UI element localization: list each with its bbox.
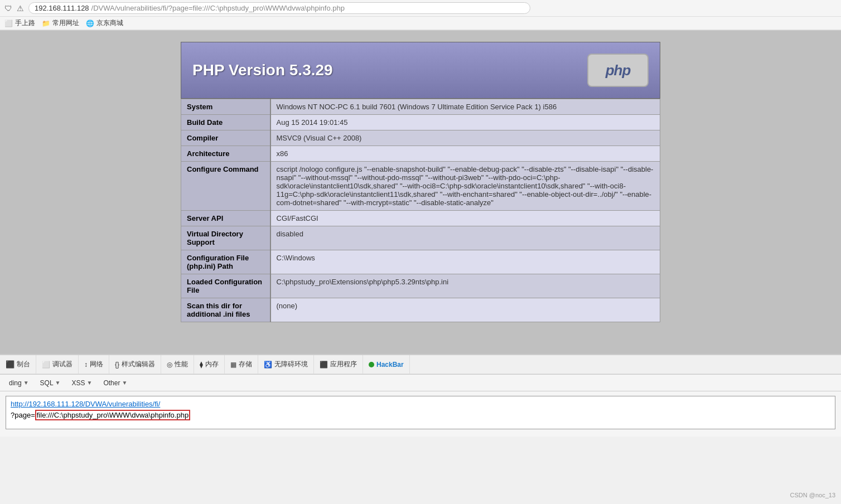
php-version-title: PHP Version 5.3.29 — [192, 61, 333, 79]
table-cell-key: Server API — [181, 211, 270, 226]
page-content: PHP Version 5.3.29 php SystemWindows NT … — [0, 31, 841, 354]
browser-chrome: 🛡 ⚠ 192.168.111.128/DVWA/vulnerabilities… — [0, 0, 841, 31]
table-cell-value: disabled — [270, 226, 660, 250]
watermark: CSDN @noc_13 — [790, 492, 835, 498]
address-bar: 🛡 ⚠ 192.168.111.128/DVWA/vulnerabilities… — [0, 0, 841, 17]
url-line1: http://192.168.111.128/DVWA/vulnerabilit… — [11, 400, 160, 408]
debugger-label: 调试器 — [52, 360, 72, 369]
debugger-icon: ⬜ — [42, 361, 50, 369]
xss-label: XSS — [72, 379, 85, 387]
bookmark-changyong[interactable]: 📁 常用网址 — [42, 18, 79, 28]
toolbar-style-editor[interactable]: {} 样式编辑器 — [109, 355, 161, 374]
table-cell-value: x86 — [270, 146, 660, 162]
table-cell-key: Virtual Directory Support — [181, 226, 270, 250]
toolbar-application[interactable]: ⬛ 应用程序 — [314, 355, 363, 374]
memory-icon: ⧫ — [200, 361, 203, 369]
table-row: Configure Commandcscript /nologo configu… — [181, 162, 660, 211]
xss-arrow-icon: ▼ — [87, 380, 93, 386]
other-label: Other — [103, 379, 120, 387]
bookmark-label-shoushanlu: 手上路 — [15, 18, 35, 28]
dev-toolbar: ⬛ 制台 ⬜ 调试器 ↕ 网络 {} 样式编辑器 ◎ 性能 ⧫ 内存 ▦ 存储 … — [0, 354, 841, 374]
table-row: Build DateAug 15 2014 19:01:45 — [181, 115, 660, 130]
table-cell-key: Configure Command — [181, 162, 270, 211]
php-header: PHP Version 5.3.29 php — [181, 42, 660, 99]
hackbar-btn-xss[interactable]: XSS ▼ — [67, 378, 97, 388]
table-row: Server APICGI/FastCGI — [181, 211, 660, 226]
warning-icon: ⚠ — [17, 4, 24, 13]
table-cell-value: C:\phpstudy_pro\Extensions\php\php5.3.29… — [270, 274, 660, 298]
table-cell-key: Configuration File (php.ini) Path — [181, 250, 270, 274]
bookmark-shoushanlu[interactable]: ⬜ 手上路 — [4, 18, 35, 28]
table-row: Architecturex86 — [181, 146, 660, 162]
hackbar-btn-ding[interactable]: ding ▼ — [4, 378, 33, 388]
table-cell-value: Aug 15 2014 19:01:45 — [270, 115, 660, 130]
bookmark-icon-changyong: 📁 — [42, 20, 50, 27]
php-logo: php — [587, 54, 649, 87]
php-info-container: PHP Version 5.3.29 php SystemWindows NT … — [181, 42, 660, 343]
bookmark-jingdong[interactable]: 🌐 京东商城 — [86, 18, 123, 28]
accessibility-label: 无障碍环境 — [274, 360, 308, 369]
bookmark-icon-shoushanlu: ⬜ — [4, 20, 13, 27]
other-arrow-icon: ▼ — [122, 380, 127, 386]
console-icon: ⬛ — [6, 360, 14, 369]
table-cell-value: CGI/FastCGI — [270, 211, 660, 226]
application-label: 应用程序 — [330, 360, 357, 369]
bookmark-icon-jingdong: 🌐 — [86, 20, 94, 27]
url-domain: 192.168.111.128 — [35, 4, 89, 12]
table-cell-value: C:\Windows — [270, 250, 660, 274]
style-editor-icon: {} — [115, 361, 119, 369]
table-cell-key: Architecture — [181, 146, 270, 162]
url-display[interactable]: 192.168.111.128/DVWA/vulnerabilities/fi/… — [28, 2, 530, 14]
php-info-table: SystemWindows NT NOC-PC 6.1 build 7601 (… — [181, 99, 660, 322]
table-cell-key: System — [181, 99, 270, 115]
bookmark-label-changyong: 常用网址 — [52, 18, 79, 28]
toolbar-memory[interactable]: ⧫ 内存 — [194, 355, 225, 374]
hackbar-btn-other[interactable]: Other ▼ — [99, 378, 132, 388]
network-label: 网络 — [90, 360, 103, 369]
memory-label: 内存 — [205, 360, 219, 369]
shield-icon: 🛡 — [4, 4, 12, 13]
toolbar-storage[interactable]: ▦ 存储 — [225, 355, 258, 374]
toolbar-network[interactable]: ↕ 网络 — [79, 355, 109, 374]
toolbar-hackbar[interactable]: HackBar — [363, 355, 410, 374]
url-highlighted: file:///C:\phpstudy_pro\WWW\dvwa\phpinfo… — [35, 410, 190, 420]
hackbar-panel: ding ▼ SQL ▼ XSS ▼ Other ▼ http://192.16… — [0, 374, 841, 437]
ding-arrow-icon: ▼ — [23, 380, 29, 386]
table-cell-value: (none) — [270, 298, 660, 322]
table-cell-value: MSVC9 (Visual C++ 2008) — [270, 130, 660, 146]
sql-label: SQL — [40, 379, 54, 387]
style-editor-label: 样式编辑器 — [122, 360, 155, 369]
url-path: /DVWA/vulnerabilities/fi/?page=file:///C… — [91, 4, 345, 12]
hackbar-dot-icon — [369, 362, 374, 367]
table-row: Scan this dir for additional .ini files(… — [181, 298, 660, 322]
bookmark-label-jingdong: 京东商城 — [96, 18, 123, 28]
sql-arrow-icon: ▼ — [55, 380, 61, 386]
storage-icon: ▦ — [230, 361, 236, 369]
table-row: Loaded Configuration FileC:\phpstudy_pro… — [181, 274, 660, 298]
performance-icon: ◎ — [167, 361, 172, 369]
table-cell-key: Scan this dir for additional .ini files — [181, 298, 270, 322]
accessibility-icon: ♿ — [264, 361, 272, 369]
url-line2-prefix: ?page= — [11, 411, 35, 419]
hackbar-label: HackBar — [376, 361, 404, 369]
php-logo-text: php — [606, 62, 631, 79]
toolbar-performance[interactable]: ◎ 性能 — [161, 355, 194, 374]
watermark-text: CSDN @noc_13 — [790, 492, 835, 498]
performance-label: 性能 — [175, 360, 188, 369]
table-row: CompilerMSVC9 (Visual C++ 2008) — [181, 130, 660, 146]
table-cell-value: cscript /nologo configure.js "--enable-s… — [270, 162, 660, 211]
toolbar-console[interactable]: ⬛ 制台 — [0, 355, 36, 374]
console-label: 制台 — [17, 360, 30, 369]
table-row: SystemWindows NT NOC-PC 6.1 build 7601 (… — [181, 99, 660, 115]
hackbar-btn-sql[interactable]: SQL ▼ — [36, 378, 65, 388]
toolbar-debugger[interactable]: ⬜ 调试器 — [36, 355, 79, 374]
table-cell-key: Compiler — [181, 130, 270, 146]
url-input-text: http://192.168.111.128/DVWA/vulnerabilit… — [11, 399, 830, 420]
table-cell-key: Build Date — [181, 115, 270, 130]
url-input-area[interactable]: http://192.168.111.128/DVWA/vulnerabilit… — [6, 396, 835, 429]
hackbar-secondary-toolbar: ding ▼ SQL ▼ XSS ▼ Other ▼ — [0, 375, 841, 391]
application-icon: ⬛ — [320, 361, 328, 369]
table-cell-value: Windows NT NOC-PC 6.1 build 7601 (Window… — [270, 99, 660, 115]
toolbar-accessibility[interactable]: ♿ 无障碍环境 — [258, 355, 314, 374]
table-row: Configuration File (php.ini) PathC:\Wind… — [181, 250, 660, 274]
